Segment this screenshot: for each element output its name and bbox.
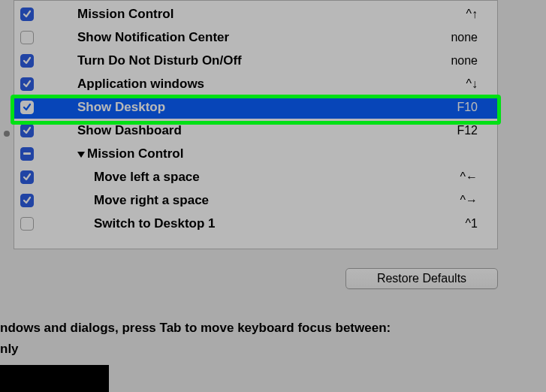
shortcut-value[interactable]: ^↓ <box>433 77 478 91</box>
footer-line-1: ndows and dialogs, press Tab to move key… <box>0 318 391 339</box>
row-label: Mission Control <box>77 7 433 22</box>
shortcut-row-show-dashboard[interactable]: Show DashboardF12 <box>14 119 497 142</box>
row-label: Switch to Desktop 1 <box>94 216 433 231</box>
row-label: Move left a space <box>94 170 433 185</box>
row-label: Move right a space <box>94 193 433 208</box>
shortcut-row-mission-control[interactable]: Mission Control^↑ <box>14 2 497 26</box>
footer-line-2: nly <box>0 339 391 360</box>
row-label: Show Notification Center <box>77 30 433 45</box>
shortcut-value[interactable]: ^↑ <box>433 8 478 21</box>
row-label: Mission Control <box>87 146 183 161</box>
shortcut-value[interactable]: none <box>433 54 478 68</box>
shortcuts-list-panel: Mission Control^↑Show Notification Cente… <box>14 0 498 249</box>
shortcut-row-move-right[interactable]: Move right a space^→ <box>14 188 497 212</box>
shortcut-row-application-windows[interactable]: Application windows^↓ <box>14 72 497 95</box>
shortcut-row-show-notification-center[interactable]: Show Notification Centernone <box>14 26 497 49</box>
shortcut-row-switch-desktop-1[interactable]: Switch to Desktop 1^1 <box>14 212 497 235</box>
shortcut-value[interactable]: F12 <box>433 124 478 137</box>
group-toggle-mc-group[interactable]: Mission Control <box>77 146 183 161</box>
row-label: Show Desktop <box>77 100 433 115</box>
footer-help-text: ndows and dialogs, press Tab to move key… <box>0 318 391 360</box>
disclosure-triangle-icon[interactable] <box>77 152 85 158</box>
checkbox-move-left[interactable] <box>20 170 34 184</box>
checkbox-switch-desktop-1[interactable] <box>20 217 34 231</box>
shortcut-value[interactable]: F10 <box>433 101 478 114</box>
row-label: Application windows <box>77 77 433 92</box>
checkbox-application-windows[interactable] <box>20 77 34 91</box>
shortcut-row-show-desktop[interactable]: Show DesktopF10 <box>14 95 497 119</box>
row-label: Turn Do Not Disturb On/Off <box>77 53 433 68</box>
checkbox-mission-control[interactable] <box>20 8 34 21</box>
shortcut-row-turn-dnd[interactable]: Turn Do Not Disturb On/Offnone <box>14 49 497 72</box>
checkbox-move-right[interactable] <box>20 194 34 207</box>
checkbox-show-notification-center[interactable] <box>20 31 34 44</box>
checkbox-show-dashboard[interactable] <box>20 124 34 137</box>
shortcut-value[interactable]: ^← <box>433 170 478 184</box>
restore-defaults-button[interactable]: Restore Defaults <box>345 268 498 289</box>
restore-defaults-label: Restore Defaults <box>377 272 466 285</box>
checkbox-turn-dnd[interactable] <box>20 54 34 68</box>
shortcut-row-mc-group[interactable]: Mission Control <box>14 142 497 165</box>
shortcut-row-move-left[interactable]: Move left a space^← <box>14 165 497 188</box>
shortcut-value[interactable]: none <box>433 31 478 44</box>
modified-indicator <box>4 131 10 137</box>
shortcut-value[interactable]: ^→ <box>433 194 478 207</box>
row-label: Show Dashboard <box>77 123 433 138</box>
checkbox-show-desktop[interactable] <box>20 101 34 114</box>
shortcut-value[interactable]: ^1 <box>433 217 478 231</box>
bottom-dark-bar <box>0 365 109 392</box>
checkbox-mc-group[interactable] <box>20 147 34 161</box>
